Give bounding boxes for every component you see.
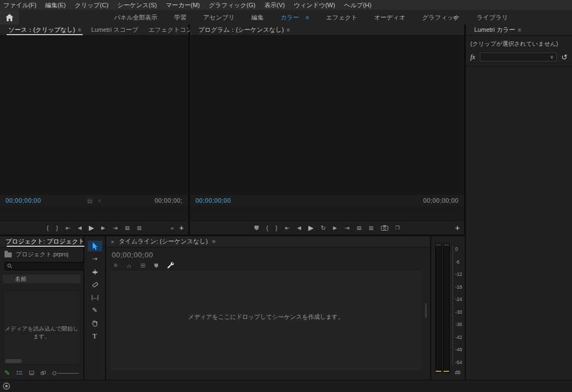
menu-edit[interactable]: 編集(E)	[45, 1, 66, 9]
pen-tool[interactable]: ✎	[88, 305, 102, 315]
menu-clip[interactable]: クリップ(C)	[75, 1, 108, 9]
workspace-tab-libraries[interactable]: ライブラリ	[476, 13, 508, 22]
menu-file[interactable]: ファイル(F)	[3, 1, 36, 9]
program-button-editor-button[interactable]: +	[455, 223, 460, 232]
timeline-tab-label[interactable]: タイムライン: (シーケンスなし)	[118, 237, 208, 246]
program-step-forward-button[interactable]: ▶	[333, 225, 337, 231]
lift-button[interactable]: ▤	[357, 225, 362, 231]
lumetri-panel-menu-icon[interactable]: ≡	[518, 27, 521, 33]
project-list-name-header[interactable]: 名前	[3, 275, 80, 283]
project-list-area[interactable]: メディアを読み込んで開始します。	[3, 290, 80, 365]
tab-project-label: プロジェクト: プロジェクト	[6, 237, 84, 246]
freeform-view-icon[interactable]	[41, 370, 46, 376]
ripple-edit-tool[interactable]: ◂|▸	[88, 266, 102, 277]
extract-button[interactable]: ▥	[369, 225, 374, 231]
project-horizontal-scrollbar[interactable]	[5, 359, 22, 363]
timeline-panel-menu-icon[interactable]: ≡	[212, 238, 216, 245]
workspace-color-menu-icon[interactable]: ≡	[306, 15, 309, 21]
mark-out-button[interactable]: }	[56, 224, 58, 231]
menu-help[interactable]: ヘルプ(H)	[344, 1, 371, 9]
go-to-out-button[interactable]: ⇥	[112, 224, 117, 232]
workspace-bar: パネル全部表示 学習 アセンブリ 編集 カラー ≡ エフェクト オーディオ グラ…	[0, 10, 572, 25]
tab-source[interactable]: ソース：(クリップなし) ≡	[3, 25, 86, 36]
track-select-forward-tool[interactable]: ⇢	[88, 254, 102, 264]
drag-audio-only-icon[interactable]: ≈	[98, 198, 101, 204]
program-go-to-out-button[interactable]: ⇥	[344, 224, 349, 232]
add-marker-button[interactable]	[254, 226, 259, 231]
source-timecode-bar: 00;00;00;00 ▤ ≈ 00;00;00;	[0, 195, 188, 206]
workspace-tab-editing[interactable]: 編集	[251, 13, 264, 22]
workspace-tab-audio[interactable]: オーディオ	[374, 13, 406, 22]
slip-icon: |↔|	[91, 294, 98, 300]
audio-meters-panel[interactable]: 0 -6 -12 -18 -24 -30 -36 -42 -48 -54 dB	[431, 236, 465, 380]
step-back-button[interactable]: ◀	[78, 225, 82, 231]
button-editor-button[interactable]: +	[179, 223, 184, 232]
program-play-button[interactable]: ▶	[308, 224, 313, 232]
lumetri-color-panel: Lumetri カラー ≡ (クリップが選択されていません) fx ∨ ↺	[466, 25, 572, 380]
project-search-input[interactable]	[15, 263, 88, 269]
program-step-back-button[interactable]: ◀	[297, 225, 301, 231]
source-monitor-viewport	[0, 36, 188, 195]
menu-sequence[interactable]: シーケンス(S)	[117, 1, 157, 9]
workspace-tab-color[interactable]: カラー	[280, 13, 299, 22]
comparison-view-button[interactable]: ❐	[395, 225, 400, 231]
source-panel-menu-icon[interactable]: ≡	[78, 27, 81, 33]
project-empty-text: メディアを読み込んで開始します。	[3, 325, 80, 341]
go-to-in-button[interactable]: ⇤	[65, 224, 70, 232]
project-panel: プロジェクト: プロジェクト ≡ » プロジェクト.prproj 名前 メディア…	[0, 236, 83, 380]
program-mark-in-button[interactable]: {	[266, 224, 268, 231]
type-tool[interactable]: T	[88, 331, 102, 341]
play-button[interactable]: ▶	[89, 224, 94, 232]
timeline-playhead-timecode[interactable]: 00;00;00;00	[106, 247, 430, 260]
timeline-settings-wrench-icon[interactable]	[167, 262, 174, 269]
tab-lumetri-color-label: Lumetri カラー	[474, 26, 515, 34]
snap-magnet-icon[interactable]: ∩	[127, 262, 131, 269]
menu-marker[interactable]: マーカー(M)	[166, 1, 200, 9]
hand-tool[interactable]	[88, 318, 102, 328]
lumetri-preset-select[interactable]: ∨	[480, 52, 557, 61]
project-search-box[interactable]	[4, 262, 91, 270]
insert-as-nest-icon[interactable]: ✳	[113, 262, 118, 269]
slip-tool[interactable]: |↔|	[88, 292, 102, 303]
mark-in-button[interactable]: {	[47, 224, 49, 231]
insert-button[interactable]: ▤	[125, 225, 130, 231]
menu-view[interactable]: 表示(V)	[264, 1, 285, 9]
project-file-row[interactable]: プロジェクト.prproj	[0, 247, 83, 260]
overwrite-button[interactable]: ▥	[137, 225, 142, 231]
list-view-icon[interactable]	[17, 370, 22, 376]
menu-window[interactable]: ウィンドウ(W)	[294, 1, 335, 9]
loop-button[interactable]: ↻	[321, 224, 326, 232]
razor-tool[interactable]	[88, 279, 102, 290]
workspace-overflow-button[interactable]: »	[453, 13, 457, 21]
workspace-tab-learning[interactable]: 学習	[174, 13, 187, 22]
thumbnail-zoom-slider[interactable]	[53, 371, 79, 375]
program-go-to-in-button[interactable]: ⇤	[285, 224, 290, 232]
export-frame-button[interactable]	[381, 225, 388, 231]
source-current-timecode[interactable]: 00;00;00;00	[6, 197, 41, 204]
tab-program[interactable]: プログラム：(シーケンスなし) ≡	[193, 25, 295, 36]
transport-overflow-button[interactable]: »	[170, 225, 174, 231]
workspace-tab-all-panels[interactable]: パネル全部表示	[114, 13, 158, 22]
reset-effects-icon[interactable]: ↺	[561, 53, 568, 61]
selection-tool[interactable]	[88, 241, 102, 251]
step-forward-button[interactable]: ▶	[101, 225, 105, 231]
tab-project[interactable]: プロジェクト: プロジェクト ≡	[3, 236, 93, 247]
home-button[interactable]	[0, 10, 19, 25]
timeline-vertical-scrollbar[interactable]	[425, 303, 427, 318]
tab-lumetri-scopes[interactable]: Lumetri スコープ	[86, 25, 144, 36]
program-panel-menu-icon[interactable]: ≡	[287, 27, 290, 33]
close-icon[interactable]: ×	[111, 238, 114, 245]
icon-view-icon[interactable]	[29, 370, 34, 376]
linked-selection-icon[interactable]: ⊞	[140, 262, 145, 269]
program-mark-out-button[interactable]: }	[275, 224, 278, 231]
workspace-tab-effects[interactable]: エフェクト	[326, 13, 357, 22]
menu-graphics[interactable]: グラフィック(G)	[209, 1, 255, 9]
workspace-tab-assembly[interactable]: アセンブリ	[203, 13, 235, 22]
sync-status-icon[interactable]	[3, 383, 10, 390]
drag-video-only-icon[interactable]: ▤	[87, 198, 92, 204]
project-writable-icon[interactable]: ✎	[4, 369, 10, 377]
timeline-drop-zone[interactable]: メディアをここにドロップしてシーケンスを作成します。	[111, 271, 421, 370]
program-current-timecode[interactable]: 00;00;00;00	[196, 197, 231, 204]
timeline-add-marker-icon[interactable]	[154, 264, 158, 268]
tab-lumetri-color[interactable]: Lumetri カラー ≡	[469, 25, 526, 36]
